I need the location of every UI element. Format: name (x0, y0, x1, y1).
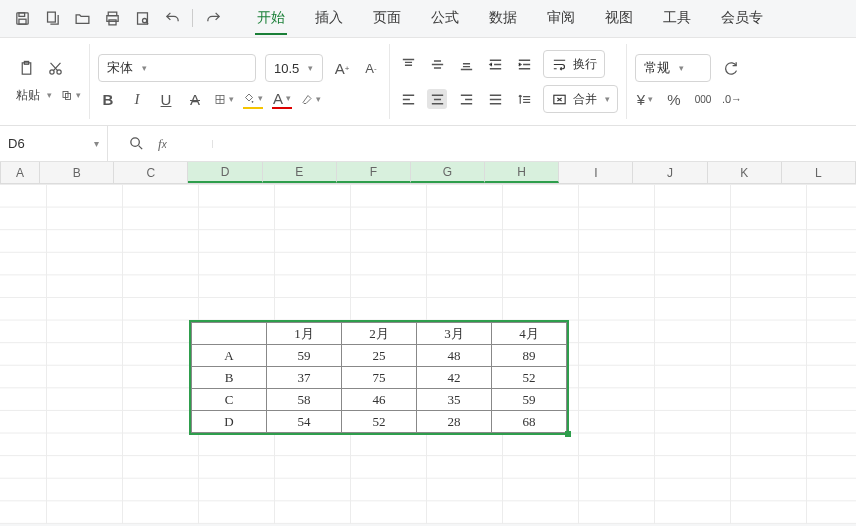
tab-审阅[interactable]: 审阅 (545, 3, 577, 35)
align-center-icon[interactable] (427, 89, 447, 109)
col-header-H[interactable]: H (485, 162, 559, 183)
open-icon[interactable] (72, 9, 92, 29)
col-header-J[interactable]: J (633, 162, 707, 183)
save-icon[interactable] (12, 9, 32, 29)
new-icon[interactable] (42, 9, 62, 29)
chevron-down-icon: ▾ (94, 138, 99, 149)
col-header-E[interactable]: E (263, 162, 337, 183)
table-cell[interactable]: C (192, 389, 267, 411)
print-icon[interactable] (102, 9, 122, 29)
col-header-F[interactable]: F (337, 162, 411, 183)
currency-icon[interactable]: ¥ (635, 89, 655, 109)
tab-页面[interactable]: 页面 (371, 3, 403, 35)
merge-button[interactable]: 合并 (543, 85, 618, 113)
decrease-decimal-icon[interactable]: .0→ (722, 89, 742, 109)
col-header-I[interactable]: I (559, 162, 633, 183)
align-bottom-icon[interactable] (456, 54, 476, 74)
eraser-icon[interactable] (301, 89, 321, 109)
font-name-combo[interactable]: 宋体 (98, 54, 256, 82)
font-color-icon[interactable]: A (272, 89, 292, 109)
number-format-combo[interactable]: 常规 (635, 54, 711, 82)
undo-icon[interactable] (162, 9, 182, 29)
formula-input[interactable] (199, 136, 856, 151)
align-middle-icon[interactable] (427, 54, 447, 74)
table-cell[interactable]: A (192, 345, 267, 367)
table-header-cell[interactable]: 4月 (492, 323, 567, 345)
table-cell[interactable]: 35 (417, 389, 492, 411)
table-cell[interactable]: 52 (342, 411, 417, 433)
svg-rect-2 (18, 19, 25, 24)
font-group: 宋体 10.5 A+ A- B I U A A (90, 44, 390, 119)
comma-icon[interactable]: 000 (693, 89, 713, 109)
increase-font-icon[interactable]: A+ (332, 58, 352, 78)
align-left-icon[interactable] (398, 89, 418, 109)
svg-rect-3 (47, 12, 55, 22)
name-box[interactable]: D6 ▾ (0, 126, 108, 161)
table-cell[interactable]: B (192, 367, 267, 389)
wrap-text-button[interactable]: 换行 (543, 50, 605, 78)
table-cell[interactable]: 68 (492, 411, 567, 433)
align-top-icon[interactable] (398, 54, 418, 74)
col-header-L[interactable]: L (782, 162, 856, 183)
cell-ref: D6 (8, 136, 25, 151)
search-icon[interactable] (126, 134, 146, 154)
selected-data-table[interactable]: 1月2月3月4月A59254889B37754252C58463559D5452… (189, 320, 569, 435)
tab-插入[interactable]: 插入 (313, 3, 345, 35)
copy-icon[interactable] (61, 85, 81, 105)
paste-button[interactable]: 粘贴 (16, 87, 52, 104)
fx-icon[interactable]: fx (158, 136, 167, 152)
repeat-icon[interactable] (720, 58, 740, 78)
table-cell[interactable]: 28 (417, 411, 492, 433)
table-cell[interactable]: 89 (492, 345, 567, 367)
strike-icon[interactable]: A (185, 89, 205, 109)
decrease-font-icon[interactable]: A- (361, 58, 381, 78)
table-cell[interactable]: 59 (492, 389, 567, 411)
table-cell[interactable]: 37 (267, 367, 342, 389)
table-header-cell[interactable]: 3月 (417, 323, 492, 345)
bold-icon[interactable]: B (98, 89, 118, 109)
percent-icon[interactable]: % (664, 89, 684, 109)
col-header-D[interactable]: D (188, 162, 262, 183)
col-header-A[interactable]: A (1, 162, 40, 183)
table-cell[interactable]: 75 (342, 367, 417, 389)
table-header-cell[interactable] (192, 323, 267, 345)
italic-icon[interactable]: I (127, 89, 147, 109)
font-size-combo[interactable]: 10.5 (265, 54, 323, 82)
cut-icon[interactable] (45, 58, 65, 78)
table-cell[interactable]: 52 (492, 367, 567, 389)
table-cell[interactable]: 42 (417, 367, 492, 389)
indent-dec-icon[interactable] (485, 54, 505, 74)
table-cell[interactable]: 54 (267, 411, 342, 433)
table-cell[interactable]: 46 (342, 389, 417, 411)
fill-color-icon[interactable] (243, 89, 263, 109)
align-right-icon[interactable] (456, 89, 476, 109)
col-header-G[interactable]: G (411, 162, 485, 183)
tab-公式[interactable]: 公式 (429, 3, 461, 35)
table-cell[interactable]: 59 (267, 345, 342, 367)
tab-开始[interactable]: 开始 (255, 3, 287, 35)
paste-icon[interactable] (16, 58, 36, 78)
tab-工具[interactable]: 工具 (661, 3, 693, 35)
col-header-C[interactable]: C (114, 162, 188, 183)
underline-icon[interactable]: U (156, 89, 176, 109)
justify-icon[interactable] (485, 89, 505, 109)
table-cell[interactable]: D (192, 411, 267, 433)
table-cell[interactable]: 48 (417, 345, 492, 367)
selection-handle[interactable] (565, 431, 571, 437)
redo-icon[interactable] (203, 9, 223, 29)
table-cell[interactable]: 25 (342, 345, 417, 367)
indent-inc-icon[interactable] (514, 54, 534, 74)
table-cell[interactable]: 58 (267, 389, 342, 411)
tab-视图[interactable]: 视图 (603, 3, 635, 35)
table-header-cell[interactable]: 1月 (267, 323, 342, 345)
border-icon[interactable] (214, 89, 234, 109)
preview-icon[interactable] (132, 9, 152, 29)
grid-body[interactable]: 1月2月3月4月A59254889B37754252C58463559D5452… (0, 184, 856, 524)
table-header-cell[interactable]: 2月 (342, 323, 417, 345)
column-headers: ABCDEFGHIJKL (0, 162, 856, 184)
col-header-B[interactable]: B (40, 162, 114, 183)
tab-数据[interactable]: 数据 (487, 3, 519, 35)
tab-会员专[interactable]: 会员专 (719, 3, 765, 35)
col-header-K[interactable]: K (708, 162, 782, 183)
orientation-icon[interactable] (514, 89, 534, 109)
